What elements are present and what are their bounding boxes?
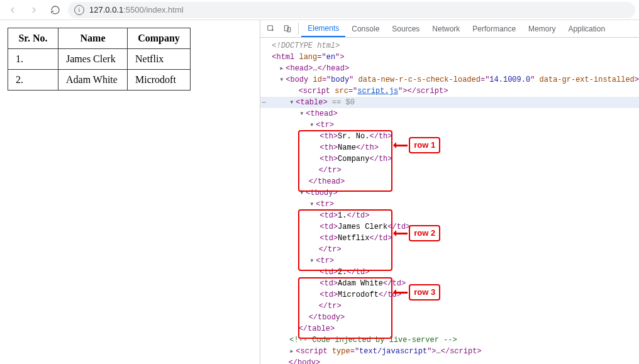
td-company: Netflix (128, 49, 191, 70)
dom-tr1-close[interactable]: </tr> (260, 165, 639, 176)
dom-script-type[interactable]: ▸<script type="text/javascript">…</scrip… (260, 346, 639, 357)
dom-td-james[interactable]: <td>James Clerk</td> (260, 221, 639, 233)
dom-th-sr[interactable]: <th>Sr. No.</th> (260, 131, 639, 142)
separator (298, 23, 299, 35)
table-row: 1. James Clerk Netflix (8, 49, 191, 70)
browser-chrome: i 127.0.0.1:5500/index.html (0, 0, 639, 20)
data-table: Sr. No. Name Company 1. James Clerk Netf… (8, 28, 191, 91)
tab-elements[interactable]: Elements (301, 20, 345, 37)
td-name: Adam White (58, 70, 128, 91)
th-company: Company (128, 28, 191, 49)
td-company: Microdoft (128, 70, 191, 91)
device-toggle-icon[interactable] (279, 20, 296, 37)
tab-console[interactable]: Console (345, 20, 386, 37)
dom-th-name[interactable]: <th>Name</th> (260, 142, 639, 153)
td-name: James Clerk (58, 49, 128, 70)
dom-thead-close[interactable]: </thead> (260, 176, 639, 187)
dom-tr2-open[interactable]: ▾<tr> (260, 199, 639, 210)
dom-body-open[interactable]: ▾<body id="body" data-new-r-c-s-check-lo… (260, 74, 639, 85)
dom-comment-live[interactable]: <!-- Code injected by live-server --> (260, 334, 639, 346)
tab-application[interactable]: Application (562, 20, 611, 37)
dom-thead-open[interactable]: ▾<thead> (260, 108, 639, 119)
table-header-row: Sr. No. Name Company (8, 28, 191, 49)
dom-tbody-close[interactable]: </tbody> (260, 312, 639, 323)
dom-tr3-open[interactable]: ▾<tr> (260, 255, 639, 267)
dom-td-microdoft[interactable]: <td>Microdoft</td> (260, 289, 639, 301)
inspect-icon[interactable] (263, 20, 279, 37)
dom-td-2[interactable]: <td>2.</td> (260, 267, 639, 278)
site-info-icon[interactable]: i (74, 5, 84, 15)
td-sr: 1. (8, 49, 58, 70)
dom-tr2-close[interactable]: </tr> (260, 244, 639, 255)
tab-network[interactable]: Network (426, 20, 466, 37)
tab-sources[interactable]: Sources (386, 20, 426, 37)
devtools-tabbar: Elements Console Sources Network Perform… (260, 20, 639, 38)
back-button[interactable] (4, 1, 21, 19)
forward-button[interactable] (25, 1, 43, 19)
dom-doctype[interactable]: <!DOCTYPE html> (260, 40, 639, 52)
th-name: Name (58, 28, 128, 49)
dom-table-open[interactable]: ⋯▾<table> == $0 (260, 97, 639, 108)
dom-td-adam[interactable]: <td>Adam White</td> (260, 278, 639, 289)
tab-performance[interactable]: Performance (466, 20, 522, 37)
td-sr: 2. (8, 70, 58, 91)
dom-tbody-open[interactable]: ▾<tbody> (260, 187, 639, 199)
dom-body-close[interactable]: </body> (260, 357, 639, 364)
address-bar[interactable]: i 127.0.0.1:5500/index.html (68, 2, 635, 18)
th-sr: Sr. No. (8, 28, 58, 49)
dom-script-src[interactable]: <script src="script.js"></script> (260, 85, 639, 97)
tab-memory[interactable]: Memory (522, 20, 562, 37)
dom-tr1-open[interactable]: ▾<tr> (260, 119, 639, 131)
dom-table-close[interactable]: </table> (260, 323, 639, 334)
dom-td-netflix[interactable]: <td>Netflix</td> (260, 233, 639, 244)
dom-th-company[interactable]: <th>Company</th> (260, 153, 639, 165)
dom-html-open[interactable]: <html lang="en"> (260, 52, 639, 63)
page-content: Sr. No. Name Company 1. James Clerk Netf… (0, 20, 260, 364)
devtools-dom-tree[interactable]: <!DOCTYPE html> <html lang="en"> ▸<head>… (260, 38, 639, 364)
dom-td-1[interactable]: <td>1.</td> (260, 210, 639, 221)
dom-head[interactable]: ▸<head>…</head> (260, 63, 639, 74)
reload-button[interactable] (47, 1, 64, 19)
url-text: 127.0.0.1:5500/index.html (89, 5, 184, 14)
table-row: 2. Adam White Microdoft (8, 70, 191, 91)
dom-tr3-close[interactable]: </tr> (260, 301, 639, 312)
devtools-panel: Elements Console Sources Network Perform… (260, 20, 639, 364)
